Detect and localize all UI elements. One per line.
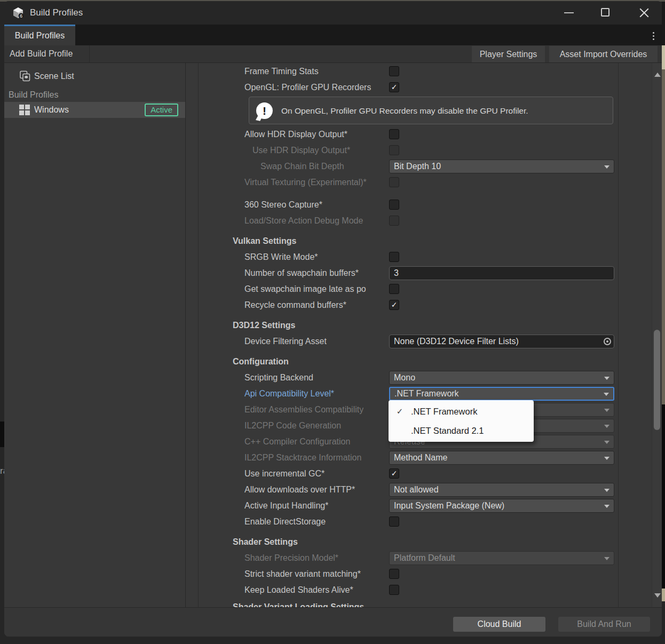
cloud-build-button[interactable]: Cloud Build [453, 617, 545, 632]
setting-row-stereo-360-capture: 360 Stereo Capture* [199, 197, 618, 213]
setting-row-il2cpp-stacktrace-information: IL2CPP Stacktrace InformationMethod Name [199, 450, 618, 466]
settings-scroll-area: Frame Timing StatsOpenGL: Profiler GPU R… [198, 63, 619, 607]
scripting-backend-dropdown[interactable]: Mono [389, 371, 614, 385]
setting-row-use-incremental-gc: Use incremental GC*✓ [199, 466, 618, 482]
object-field-value: None (D3D12 Device Filter Lists) [394, 335, 600, 347]
allow-hdr-display-output-checkbox[interactable] [389, 129, 399, 139]
popup-item-net-standard-2-1[interactable]: .NET Standard 2.1 [389, 421, 534, 440]
setting-row-api-compatibility-level: Api Compatibility Level*.NET Framework [199, 386, 618, 402]
settings-panel: Frame Timing StatsOpenGL: Profiler GPU R… [186, 63, 662, 607]
scroll-down-arrow-icon[interactable] [654, 593, 661, 598]
setting-row-strict-shader-variant-matching: Strict shader variant matching* [199, 566, 618, 582]
input-value: 3 [394, 267, 600, 279]
section-header-d3d12-settings: D3D12 Settings [199, 317, 618, 333]
setting-label: Virtual Texturing (Experimental)* [244, 174, 367, 190]
setting-label: Api Compatibility Level* [244, 386, 334, 402]
section-header-shader-settings: Shader Settings [199, 534, 618, 550]
frame-timing-stats-checkbox[interactable] [389, 66, 399, 76]
recycle-command-buffers-checkbox[interactable]: ✓ [389, 300, 399, 310]
section-header-vulkan-settings: Vulkan Settings [199, 233, 618, 249]
keep-loaded-shaders-alive-checkbox[interactable] [389, 585, 399, 595]
setting-label: Recycle command buffers* [244, 297, 346, 313]
panel-divider[interactable] [185, 63, 186, 637]
setting-label: Load/Store Action Debug Mode [244, 213, 363, 229]
window-body: Scene List Build Profiles WindowsActive … [4, 63, 662, 607]
setting-row-opengl-profiler-gpu-recorders: OpenGL: Profiler GPU Recorders✓ [199, 79, 618, 96]
setting-label: Scripting Backend [244, 370, 313, 386]
srgb-write-mode-checkbox[interactable] [389, 252, 399, 262]
setting-row-swap-chain-bit-depth: Swap Chain Bit DepthBit Depth 10 [199, 158, 618, 174]
section-header-label: Shader Settings [233, 534, 298, 550]
enable-directstorage-checkbox[interactable] [389, 516, 399, 527]
number-of-swapchain-buffers-input[interactable]: 3 [389, 266, 614, 280]
device-filtering-asset-object-field[interactable]: None (D3D12 Device Filter Lists) [389, 335, 614, 348]
section-header-label: D3D12 Settings [233, 317, 295, 333]
active-input-handling-dropdown[interactable]: Input System Package (New) [389, 499, 614, 513]
maximize-button[interactable] [601, 8, 609, 17]
setting-row-virtual-texturing: Virtual Texturing (Experimental)* [199, 174, 618, 190]
windows-logo-pane [19, 105, 24, 109]
setting-label: Active Input Handling* [244, 498, 328, 514]
kebab-menu-icon[interactable] [649, 30, 658, 41]
popup-item-net-framework[interactable]: ✓.NET Framework [389, 402, 534, 421]
allow-downloads-over-http-dropdown[interactable]: Not allowed [389, 483, 614, 497]
scroll-up-arrow-icon[interactable] [654, 73, 661, 77]
chevron-down-icon [604, 165, 609, 169]
unity-logo-icon: 6 [12, 6, 25, 19]
setting-label: OpenGL: Profiler GPU Recorders [244, 79, 371, 96]
setting-label: Allow HDR Display Output* [244, 126, 347, 142]
setting-label: Use HDR Display Output* [252, 142, 350, 158]
setting-label: Shader Precision Model* [244, 550, 338, 566]
get-swapchain-image-late-checkbox[interactable] [389, 284, 399, 294]
api-compatibility-level-dropdown[interactable]: .NET Framework [389, 387, 614, 401]
load-store-action-debug-mode-checkbox[interactable] [389, 216, 399, 226]
background-bleed [662, 589, 665, 601]
background-bleed [662, 45, 665, 69]
use-hdr-display-output-checkbox[interactable] [389, 145, 399, 155]
virtual-texturing-checkbox[interactable] [389, 177, 399, 187]
background-text-fragment: ra [0, 465, 4, 477]
setting-row-load-store-action-debug-mode: Load/Store Action Debug Mode [199, 213, 618, 229]
minimize-button[interactable] [564, 12, 574, 13]
build-and-run-button[interactable]: Build And Run [558, 617, 650, 632]
setting-label: Keep Loaded Shaders Alive* [244, 582, 353, 598]
stereo-360-capture-checkbox[interactable] [389, 200, 399, 210]
setting-label: Enable DirectStorage [244, 514, 326, 530]
opengl-warning-helpbox: !On OpenGL, Profiler GPU Recorders may d… [249, 97, 613, 124]
setting-label: 360 Stereo Capture* [244, 197, 322, 213]
add-build-profile-button[interactable]: Add Build Profile [4, 45, 90, 62]
sidebar-item-scene-list[interactable]: Scene List [4, 68, 185, 84]
section-header-label: Shader Variant Loading Settings [233, 599, 364, 607]
helpbox-text: On OpenGL, Profiler GPU Recorders may di… [281, 97, 528, 125]
shader-precision-model-dropdown[interactable]: Platform Default [389, 551, 614, 565]
dropdown-value: Bit Depth 10 [394, 160, 601, 172]
opengl-profiler-gpu-recorders-checkbox[interactable]: ✓ [389, 82, 399, 92]
swap-chain-bit-depth-dropdown[interactable]: Bit Depth 10 [389, 160, 614, 173]
use-incremental-gc-checkbox[interactable]: ✓ [389, 468, 399, 479]
object-picker-icon[interactable] [604, 338, 611, 345]
unity-version-badge: 6 [20, 13, 22, 19]
close-button[interactable] [639, 7, 650, 18]
title-bar[interactable]: 6 Build Profiles [4, 1, 662, 25]
setting-row-active-input-handling: Active Input Handling*Input System Packa… [199, 498, 618, 514]
active-badge: Active [145, 104, 178, 116]
chevron-down-icon [604, 425, 609, 428]
vertical-scrollbar[interactable] [652, 63, 662, 607]
setting-label: Device Filtering Asset [244, 333, 327, 349]
setting-label: Editor Assemblies Compatibility [244, 402, 363, 418]
il2cpp-stacktrace-information-dropdown[interactable]: Method Name [389, 451, 614, 465]
sidebar: Scene List Build Profiles WindowsActive [4, 63, 185, 607]
popup-item-label: .NET Standard 2.1 [411, 426, 484, 436]
screen: ra 6 Build Profiles Build Profiles [0, 0, 665, 644]
tab-build-profiles[interactable]: Build Profiles [4, 25, 75, 45]
scene-list-label: Scene List [34, 68, 74, 84]
strict-shader-variant-matching-checkbox[interactable] [389, 569, 399, 579]
scrollbar-thumb[interactable] [654, 330, 660, 430]
chevron-down-icon [604, 409, 609, 412]
sidebar-profile-windows[interactable]: WindowsActive [4, 102, 185, 118]
background-bleed [662, 2, 665, 45]
player-settings-button[interactable]: Player Settings [472, 46, 545, 62]
setting-row-scripting-backend: Scripting BackendMono [199, 370, 618, 386]
check-icon: ✓ [389, 407, 411, 416]
asset-import-overrides-button[interactable]: Asset Import Overrides [549, 46, 658, 62]
